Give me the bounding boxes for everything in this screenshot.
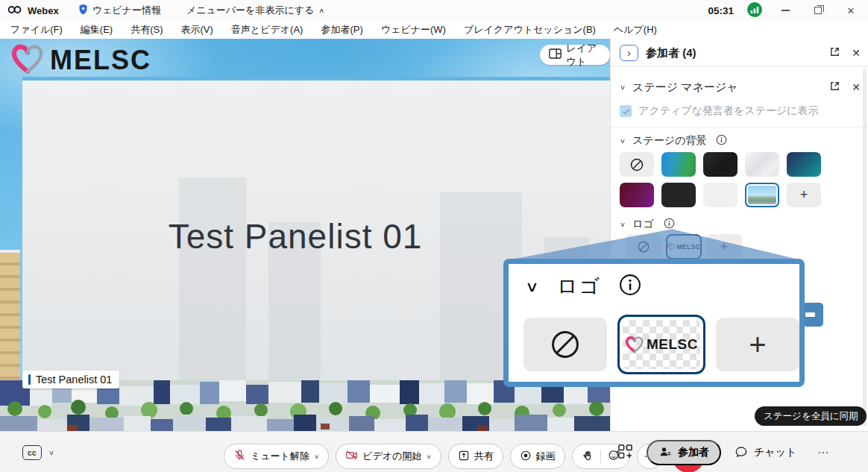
chevron-down-icon[interactable]: ∨ xyxy=(620,84,626,91)
bg-thumbnail-silver[interactable] xyxy=(745,152,779,177)
menu-participants[interactable]: 参加者(P) xyxy=(321,23,362,37)
raise-hand-icon xyxy=(582,450,594,464)
bg-thumbnail-purple[interactable] xyxy=(620,183,654,207)
chat-bubble-icon xyxy=(735,445,748,461)
bg-thumbnail-dark[interactable] xyxy=(703,152,738,177)
active-speaker-checkbox[interactable] xyxy=(620,105,632,117)
chevron-down-icon: ∨ xyxy=(426,453,431,460)
callout-logo-none[interactable] xyxy=(523,318,607,371)
record-button[interactable]: 録画 xyxy=(510,444,565,469)
menu-audio-video[interactable]: 音声とビデオ(A) xyxy=(231,23,304,37)
bg-thumbnail-blue-green[interactable] xyxy=(661,152,696,177)
meeting-timer: 05:31 xyxy=(708,5,734,16)
divider xyxy=(600,450,601,463)
brand-logo-text: MELSC xyxy=(50,45,151,76)
stage-background-header: ∨ ステージの背景 xyxy=(620,133,861,149)
start-video-button[interactable]: ビデオの開始 ∨ xyxy=(336,444,441,469)
participants-toggle-label: 参加者 xyxy=(678,446,709,459)
panel-controls: 参加者 チャット ⋯ xyxy=(617,440,828,465)
city-building-left xyxy=(0,250,20,380)
callout-logo-add-button[interactable]: + xyxy=(716,318,799,371)
bg-thumbnail-light[interactable] xyxy=(703,183,738,207)
info-icon[interactable] xyxy=(716,134,727,148)
participants-toggle-button[interactable]: 参加者 xyxy=(647,440,721,465)
stage-tag-icon xyxy=(802,303,823,327)
restore-button[interactable] xyxy=(808,2,828,19)
chevron-down-icon: ∨ xyxy=(525,277,539,295)
participants-panel-header: › 参加者 (4) ✕ xyxy=(620,43,861,63)
info-icon[interactable] xyxy=(664,218,675,231)
logo-section-header: ∨ ロゴ xyxy=(620,216,861,233)
panel-scrollbar[interactable] xyxy=(863,69,867,427)
active-speaker-checkbox-row: アクティブな発言者をステージに表示 xyxy=(620,103,861,119)
chat-toggle-label: チャット xyxy=(754,446,796,459)
participants-panel-title: 参加者 (4) xyxy=(646,46,696,60)
stage-manager-header: ∨ ステージ マネージャ ✕ xyxy=(620,78,861,97)
webinar-info-button[interactable]: ウェビナー情報 xyxy=(78,4,161,17)
menu-view[interactable]: 表示(V) xyxy=(181,23,213,37)
close-button[interactable]: ✕ xyxy=(841,2,861,19)
bg-thumbnail-teal[interactable] xyxy=(787,152,821,177)
captions-control[interactable]: cc ∨ xyxy=(22,445,54,460)
bg-thumbnail-add-button[interactable]: + xyxy=(787,183,821,207)
menu-edit[interactable]: 編集(E) xyxy=(81,23,113,37)
more-panels-button[interactable]: ⋯ xyxy=(817,446,828,459)
share-label: 共有 xyxy=(474,450,494,463)
stage-brand-logo: MELSC xyxy=(10,43,151,78)
presenter-bar-icon xyxy=(28,374,31,385)
menu-webinar[interactable]: ウェビナー(W) xyxy=(381,23,446,37)
unmute-button[interactable]: ミュート解除 ∨ xyxy=(224,444,329,469)
apps-icon[interactable] xyxy=(617,444,633,462)
callout-section-title: ロゴ xyxy=(557,273,601,300)
collapse-panel-button[interactable]: › xyxy=(620,45,638,61)
chevron-down-icon[interactable]: ∨ xyxy=(620,221,626,228)
menu-help[interactable]: ヘルプ(H) xyxy=(614,23,657,37)
stage-background-grid: + xyxy=(620,152,821,207)
participant-name-badge: Test Panelist 01 xyxy=(22,371,119,388)
logo-magnified-callout: ∨ ロゴ MELSC + xyxy=(503,259,805,387)
chevron-down-icon[interactable]: ∨ xyxy=(48,449,54,456)
stage-manager-title: ステージ マネージャ xyxy=(632,81,738,95)
record-label: 録画 xyxy=(536,450,556,463)
chevron-up-icon: ∧ xyxy=(318,7,324,14)
share-button[interactable]: 共有 xyxy=(448,444,503,469)
microphone-muted-icon xyxy=(233,449,246,464)
bg-thumbnail-black[interactable] xyxy=(661,183,696,207)
stage-background-title: ステージの背景 xyxy=(632,134,706,148)
share-screen-icon xyxy=(458,450,470,464)
bg-thumbnail-city-selected[interactable] xyxy=(745,183,779,207)
bg-thumbnail-none[interactable] xyxy=(620,152,654,177)
hide-menubar-button[interactable]: メニューバーを非表示にする ∧ xyxy=(186,4,325,17)
sync-stage-button[interactable]: ステージを全員に同期 xyxy=(755,406,867,426)
closed-captions-icon[interactable]: cc xyxy=(22,445,42,460)
start-video-label: ビデオの開始 xyxy=(362,450,421,463)
hide-menubar-label: メニューバーを非表示にする xyxy=(186,4,314,17)
menu-file[interactable]: ファイル(F) xyxy=(10,23,63,37)
callout-thumbnails-row: MELSC + xyxy=(523,315,799,374)
menu-share[interactable]: 共有(S) xyxy=(130,23,163,37)
minimize-button[interactable] xyxy=(776,2,795,19)
close-stage-manager-icon[interactable]: ✕ xyxy=(852,81,861,93)
layout-button[interactable]: レイアウト xyxy=(540,45,610,65)
logo-section-title: ロゴ xyxy=(632,218,654,231)
chevron-down-icon[interactable]: ∨ xyxy=(620,137,626,145)
melsc-heart-icon xyxy=(10,43,45,78)
chat-toggle-button[interactable]: チャット xyxy=(735,445,796,461)
transparency-checkerboard: MELSC xyxy=(623,320,700,369)
control-toolbar: cc ∨ ミュート解除 ∨ ビデオの開始 ∨ xyxy=(0,431,868,472)
popout-panel-icon[interactable] xyxy=(829,46,840,60)
camera-off-icon xyxy=(345,449,358,464)
active-speaker-checkbox-label: アクティブな発言者をステージに表示 xyxy=(638,104,819,118)
popout-stage-manager-icon[interactable] xyxy=(829,81,840,94)
close-panel-icon[interactable]: ✕ xyxy=(852,47,861,59)
person-icon xyxy=(658,445,672,461)
active-speaker-text: Test Panelist 01 xyxy=(1,216,589,257)
unmute-label: ミュート解除 xyxy=(251,450,309,463)
callout-logo-melsc-selected[interactable]: MELSC xyxy=(617,315,705,374)
connection-quality-icon[interactable] xyxy=(747,2,762,19)
webinar-info-label: ウェビナー情報 xyxy=(92,4,161,17)
participant-name: Test Panelist 01 xyxy=(36,374,112,386)
menu-breakout[interactable]: ブレイクアウトセッション(B) xyxy=(464,23,596,37)
callout-header: ∨ ロゴ xyxy=(525,273,641,300)
shield-icon xyxy=(78,4,88,17)
